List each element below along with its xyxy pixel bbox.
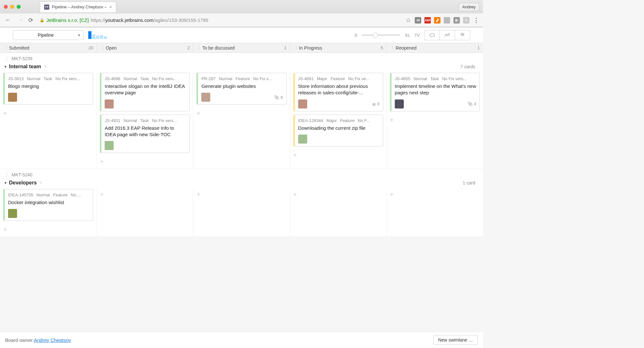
browser-menu-icon[interactable]: ⋮ xyxy=(473,17,479,24)
swimlane-key[interactable]: MKT-5240 xyxy=(12,172,33,177)
titlebar: YT Pipeline – Andrey Cheptsov – × Andrey xyxy=(0,0,483,14)
card[interactable]: JS-4855 Normal Task No Fix vers... Imple… xyxy=(390,73,480,111)
assignee-avatar[interactable] xyxy=(105,99,114,108)
drag-handle-icon[interactable]: ⋮ xyxy=(5,56,9,61)
add-card-button[interactable]: + xyxy=(100,156,190,169)
collapse-column-icon[interactable]: 〈 xyxy=(390,45,394,51)
assignee-avatar[interactable] xyxy=(105,141,114,150)
size-xl-label: XL xyxy=(405,33,410,38)
column-headers: 〈 Submitted 20〈 Open 2〈 To be discussed … xyxy=(0,43,483,53)
card-size-slider[interactable] xyxy=(362,34,400,36)
card-id[interactable]: IDEA-145705 xyxy=(8,193,33,197)
card[interactable]: JS-4931 Normal Task No Fix vers... Add 2… xyxy=(100,115,190,153)
card-type: Task xyxy=(430,76,439,81)
column-header[interactable]: 〈 Reopened 1 xyxy=(387,43,483,52)
minimap-bar xyxy=(92,34,95,39)
column-header[interactable]: 〈 Submitted 20 xyxy=(0,43,97,52)
close-window-icon[interactable] xyxy=(4,5,8,9)
swimlane-header: ▾ Internal team ✎ 7 cards xyxy=(0,62,483,73)
assignee-avatar[interactable] xyxy=(201,93,210,102)
assignee-avatar[interactable] xyxy=(8,209,17,218)
assignee-avatar[interactable] xyxy=(298,135,307,144)
minimize-window-icon[interactable] xyxy=(10,5,14,9)
edit-icon[interactable]: ✎ xyxy=(39,181,43,185)
add-card-button[interactable]: + xyxy=(293,150,383,162)
card-id[interactable]: JS-4855 xyxy=(395,76,410,81)
collapse-column-icon[interactable]: 〈 xyxy=(293,45,297,51)
column-name: To be discussed xyxy=(202,45,234,51)
card-footer xyxy=(105,99,186,108)
add-card-button[interactable]: + xyxy=(100,189,190,202)
card-id[interactable]: PR-287 xyxy=(201,76,215,81)
collapse-column-icon[interactable]: 〈 xyxy=(100,45,104,51)
card-id[interactable]: JS-4931 xyxy=(105,118,120,123)
add-card-button[interactable]: + xyxy=(196,189,286,202)
reload-button[interactable]: ⟳ xyxy=(28,17,33,24)
card-footer xyxy=(8,209,90,218)
add-card-button[interactable]: + xyxy=(390,115,480,127)
assignee-avatar[interactable] xyxy=(8,93,17,102)
collapse-column-icon[interactable]: 〈 xyxy=(196,45,200,51)
url-host: youtrack.jetbrains.com xyxy=(105,17,154,23)
settings-button[interactable] xyxy=(455,30,470,40)
address-bar[interactable]: 🔒 JetBrains s.r.o. [CZ] https://youtrack… xyxy=(37,16,402,24)
extension-jb-icon[interactable]: JB xyxy=(415,17,421,24)
collapse-column-icon[interactable]: 〈 xyxy=(3,45,7,51)
add-card-button[interactable]: + xyxy=(196,108,286,120)
board-column: JS-3813 Normal Task No Fix vers... Blogs… xyxy=(0,73,97,169)
extension-cube-icon[interactable]: ◧ xyxy=(453,17,460,24)
assignee-avatar[interactable] xyxy=(395,99,404,108)
card[interactable]: JS-4696 Normal Task No Fix vers... Inter… xyxy=(100,73,190,111)
chart-button[interactable] xyxy=(440,30,455,40)
extension-abp-icon[interactable]: ABP xyxy=(424,17,431,24)
add-card-button[interactable]: + xyxy=(3,224,93,237)
card[interactable]: PR-287 Normal Feature No Fix v... Genera… xyxy=(196,73,286,105)
sprint-minimap[interactable] xyxy=(88,31,107,39)
tv-mode-label[interactable]: TV xyxy=(414,33,420,38)
swimlane-card-count: 1 card xyxy=(463,180,478,185)
card-attachments[interactable]: 6 xyxy=(274,95,283,100)
card-fix-version: No ... xyxy=(71,193,81,197)
card-id[interactable]: JS-3813 xyxy=(8,76,24,81)
swimlane-toggle-icon[interactable]: ▾ xyxy=(5,181,6,185)
bookmark-star-icon[interactable]: ☆ xyxy=(406,17,411,24)
board-selector[interactable]: Pipeline xyxy=(13,30,84,40)
card-id[interactable]: JS-4691 xyxy=(298,76,314,81)
drag-handle-icon[interactable]: ⋮ xyxy=(5,172,9,177)
card-title: Store information about previous release… xyxy=(298,83,380,96)
column-header[interactable]: 〈 Open 2 xyxy=(97,43,193,52)
add-card-button[interactable]: + xyxy=(390,189,480,202)
card[interactable]: IDEA-128344 Major Feature No F... Downlo… xyxy=(293,115,383,146)
close-tab-icon[interactable]: × xyxy=(109,5,112,10)
card-meta: IDEA-128344 Major Feature No F... xyxy=(298,118,380,123)
board-row: JS-3813 Normal Task No Fix vers... Blogs… xyxy=(0,73,483,169)
column-header[interactable]: 〈 In Progress 5 xyxy=(290,43,387,52)
swimlane-toggle-icon[interactable]: ▾ xyxy=(5,64,6,69)
column-count: 1 xyxy=(478,45,480,50)
card-id[interactable]: JS-4696 xyxy=(105,76,120,81)
extension-analytics-icon[interactable]: ▞ xyxy=(434,17,440,24)
forward-button[interactable]: → xyxy=(16,15,24,25)
user-badge[interactable]: Andrey xyxy=(459,3,479,11)
browser-tab[interactable]: YT Pipeline – Andrey Cheptsov – × xyxy=(40,2,116,12)
card[interactable]: IDEA-145705 Normal Feature No ... Docker… xyxy=(3,189,93,221)
extension-icon[interactable] xyxy=(444,17,450,24)
add-card-button[interactable]: + xyxy=(3,108,93,120)
column-header[interactable]: 〈 To be discussed 1 xyxy=(193,43,290,52)
extension-sync-icon[interactable]: ↻ xyxy=(463,17,469,24)
add-card-button[interactable]: + xyxy=(293,189,383,202)
swimlane-key[interactable]: MKT-5239 xyxy=(12,56,33,61)
backlog-button[interactable] xyxy=(424,30,440,40)
assignee-avatar[interactable] xyxy=(298,99,307,108)
edit-icon[interactable]: ✎ xyxy=(44,64,47,69)
card[interactable]: JS-4691 Major Feature No Fix ve... Store… xyxy=(293,73,383,111)
card-attachments[interactable]: 8 xyxy=(372,101,380,107)
card-id[interactable]: IDEA-128344 xyxy=(298,118,323,123)
swimlane-title: Developers xyxy=(9,180,37,186)
maximize-window-icon[interactable] xyxy=(17,5,21,9)
board-column: JS-4691 Major Feature No Fix ve... Store… xyxy=(290,73,387,169)
card[interactable]: JS-3813 Normal Task No Fix vers... Blogs… xyxy=(3,73,93,105)
board-column: + xyxy=(387,189,483,237)
card-attachments[interactable]: 4 xyxy=(468,101,476,106)
back-button[interactable]: ← xyxy=(4,15,12,25)
